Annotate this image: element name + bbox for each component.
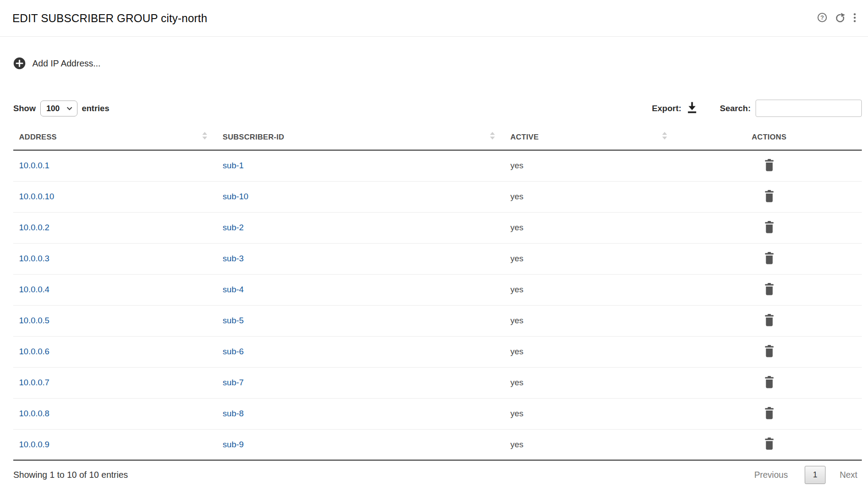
table-row: 10.0.0.2 sub-2 yes <box>13 212 862 243</box>
subscriber-id-link[interactable]: sub-7 <box>223 378 244 387</box>
column-header-subscriber-id[interactable]: SUBSCRIBER-ID <box>217 127 505 150</box>
address-link[interactable]: 10.0.0.8 <box>19 409 50 418</box>
subscriber-id-link[interactable]: sub-6 <box>223 347 244 356</box>
add-ip-address-button[interactable]: Add IP Address... <box>13 57 100 70</box>
table-row: 10.0.0.8 sub-8 yes <box>13 398 862 429</box>
actions-cell <box>677 398 862 429</box>
delete-button[interactable] <box>761 188 777 205</box>
address-link[interactable]: 10.0.0.10 <box>19 192 54 201</box>
delete-button[interactable] <box>761 219 777 236</box>
active-cell: yes <box>505 150 677 181</box>
trash-icon <box>764 197 775 204</box>
delete-button[interactable] <box>761 157 777 174</box>
subscriber-id-cell: sub-5 <box>217 305 505 336</box>
titlebar-actions: ? <box>816 12 857 25</box>
next-page-button[interactable]: Next <box>835 466 862 484</box>
trash-icon <box>764 290 775 297</box>
address-link[interactable]: 10.0.0.7 <box>19 378 50 387</box>
delete-button[interactable] <box>761 405 777 422</box>
address-link[interactable]: 10.0.0.2 <box>19 223 50 232</box>
subscriber-id-link[interactable]: sub-5 <box>223 316 244 325</box>
subscriber-id-link[interactable]: sub-9 <box>223 440 244 449</box>
active-cell: yes <box>505 305 677 336</box>
subscriber-id-link[interactable]: sub-4 <box>223 285 244 294</box>
address-link[interactable]: 10.0.0.5 <box>19 316 50 325</box>
trash-icon <box>764 352 775 359</box>
subscriber-id-cell: sub-9 <box>217 429 505 460</box>
active-value: yes <box>510 409 524 418</box>
active-value: yes <box>510 192 524 201</box>
trash-icon <box>764 445 775 451</box>
address-cell: 10.0.0.6 <box>13 336 217 367</box>
subscriber-id-link[interactable]: sub-3 <box>223 254 244 263</box>
actions-cell <box>677 181 862 212</box>
group-name: city-north <box>161 12 208 24</box>
refresh-button[interactable] <box>834 12 846 25</box>
previous-page-button[interactable]: Previous <box>750 466 792 484</box>
subscriber-id-link[interactable]: sub-8 <box>223 409 244 418</box>
table-controls: Show 100 entries Export: Search: <box>13 100 862 117</box>
subscriber-id-link[interactable]: sub-10 <box>223 192 248 201</box>
address-link[interactable]: 10.0.0.4 <box>19 285 50 294</box>
address-cell: 10.0.0.7 <box>13 367 217 398</box>
download-icon <box>687 102 698 115</box>
subscriber-id-cell: sub-1 <box>217 150 505 181</box>
address-link[interactable]: 10.0.0.1 <box>19 161 50 170</box>
help-button[interactable]: ? <box>816 12 828 25</box>
page-title-prefix: EDIT SUBSCRIBER GROUP <box>12 12 158 24</box>
page-length-select-wrap: 100 <box>40 101 77 116</box>
delete-button[interactable] <box>761 343 777 360</box>
active-cell: yes <box>505 212 677 243</box>
active-cell: yes <box>505 243 677 274</box>
delete-button[interactable] <box>761 436 777 453</box>
subscriber-id-link[interactable]: sub-2 <box>223 223 244 232</box>
search-input[interactable] <box>756 100 862 117</box>
active-cell: yes <box>505 429 677 460</box>
column-header-active[interactable]: ACTIVE <box>505 127 677 150</box>
subscribers-table: ADDRESS SUBSCRIBER-ID ACTIVE <box>13 127 862 461</box>
help-icon: ? <box>817 12 827 24</box>
trash-icon <box>764 166 775 173</box>
active-value: yes <box>510 223 524 232</box>
main-content: Add IP Address... Show 100 entries Expor… <box>0 37 868 492</box>
pagination: Previous 1 Next <box>750 466 862 484</box>
table-row: 10.0.0.6 sub-6 yes <box>13 336 862 367</box>
delete-button[interactable] <box>761 374 777 391</box>
address-cell: 10.0.0.9 <box>13 429 217 460</box>
actions-cell <box>677 305 862 336</box>
delete-button[interactable] <box>761 250 777 267</box>
active-value: yes <box>510 285 524 294</box>
active-cell: yes <box>505 181 677 212</box>
column-header-actions-label: ACTIONS <box>752 133 787 141</box>
sort-icon <box>662 132 667 142</box>
export-download-button[interactable] <box>687 102 698 115</box>
column-header-active-label: ACTIVE <box>510 133 539 141</box>
entries-label: entries <box>82 104 109 113</box>
delete-button[interactable] <box>761 312 777 329</box>
column-header-address[interactable]: ADDRESS <box>13 127 217 150</box>
address-cell: 10.0.0.4 <box>13 274 217 305</box>
address-link[interactable]: 10.0.0.9 <box>19 440 50 449</box>
address-link[interactable]: 10.0.0.3 <box>19 254 50 263</box>
trash-icon <box>764 414 775 421</box>
subscriber-id-link[interactable]: sub-1 <box>223 161 244 170</box>
subscriber-id-cell: sub-6 <box>217 336 505 367</box>
address-cell: 10.0.0.5 <box>13 305 217 336</box>
refresh-icon <box>835 12 845 24</box>
page-number-button[interactable]: 1 <box>805 466 826 484</box>
address-link[interactable]: 10.0.0.6 <box>19 347 50 356</box>
overflow-menu-button[interactable] <box>852 12 857 25</box>
table-row: 10.0.0.4 sub-4 yes <box>13 274 862 305</box>
page-length-select[interactable]: 100 <box>40 101 77 116</box>
address-cell: 10.0.0.8 <box>13 398 217 429</box>
subscriber-id-cell: sub-2 <box>217 212 505 243</box>
sort-icon <box>202 132 207 142</box>
title-bar: EDIT SUBSCRIBER GROUP city-north ? <box>0 0 868 37</box>
table-row: 10.0.0.3 sub-3 yes <box>13 243 862 274</box>
delete-button[interactable] <box>761 281 777 298</box>
actions-cell <box>677 429 862 460</box>
trash-icon <box>764 259 775 266</box>
actions-cell <box>677 274 862 305</box>
active-value: yes <box>510 316 524 325</box>
table-header: ADDRESS SUBSCRIBER-ID ACTIVE <box>13 127 862 150</box>
